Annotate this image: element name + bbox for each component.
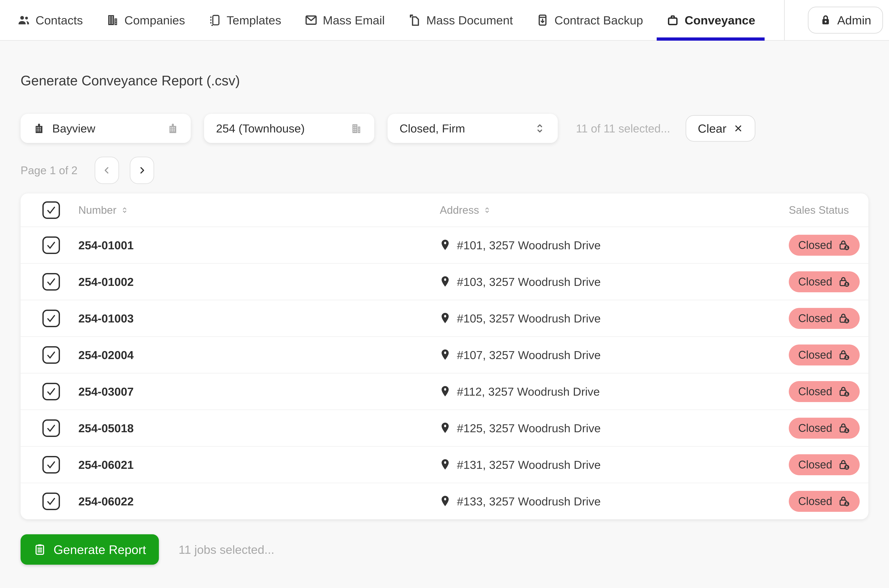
page-title: Generate Conveyance Report (.csv) [21, 40, 868, 88]
row-checkbox[interactable] [42, 273, 60, 291]
job-address-text: #105, 3257 Woodrush Drive [457, 312, 600, 325]
nav-tabs: Contacts Companies [17, 0, 767, 40]
status-cell: Closed [774, 272, 860, 292]
status-cell: Closed [774, 381, 860, 402]
row-checkbox[interactable] [42, 310, 60, 327]
tab-label: Mass Document [426, 13, 513, 27]
column-header-number[interactable]: Number [78, 204, 440, 216]
row-checkbox[interactable] [42, 383, 60, 400]
job-number: 254-01001 [78, 238, 440, 252]
location-pin-icon [440, 495, 450, 507]
city-building-icon [33, 122, 45, 135]
row-checkbox[interactable] [42, 456, 60, 474]
page-indicator: Page 1 of 2 [21, 164, 78, 177]
status-cell: Closed [774, 235, 860, 256]
location-pin-icon [440, 349, 450, 361]
table-header-row: Number Address Sales Status [21, 194, 868, 226]
location-pin-icon [440, 312, 450, 325]
status-badge-label: Closed [798, 239, 832, 251]
briefcase-icon [666, 14, 679, 27]
tab-templates[interactable]: Templates [197, 0, 293, 40]
row-checkbox[interactable] [42, 237, 60, 254]
status-badge: Closed [789, 381, 860, 402]
office-building-icon [350, 122, 362, 135]
phase-value: 254 (Townhouse) [216, 122, 305, 135]
row-checkbox[interactable] [42, 493, 60, 510]
job-address: #112, 3257 Woodrush Drive [440, 385, 774, 398]
prev-page-button[interactable] [95, 157, 119, 184]
jobs-selected-summary: 11 jobs selected... [179, 543, 274, 556]
template-copy-icon [208, 14, 221, 27]
phase-select[interactable]: 254 (Townhouse) [204, 114, 374, 143]
status-cell: Closed [774, 308, 860, 329]
status-badge-label: Closed [798, 458, 832, 471]
tab-mass-document[interactable]: Mass Document [396, 0, 525, 40]
status-cell: Closed [774, 418, 860, 439]
tab-companies[interactable]: Companies [95, 0, 197, 40]
location-pin-icon [440, 386, 450, 398]
project-select[interactable]: Bayview [21, 114, 191, 143]
next-page-button[interactable] [130, 157, 154, 184]
tab-mass-email[interactable]: Mass Email [293, 0, 396, 40]
status-cell: Closed [774, 454, 860, 475]
job-address: #125, 3257 Woodrush Drive [440, 422, 774, 435]
row-checkbox[interactable] [42, 419, 60, 437]
status-badge: Closed [789, 272, 860, 292]
job-address-text: #107, 3257 Woodrush Drive [457, 348, 600, 362]
column-header-address[interactable]: Address [440, 204, 774, 216]
tab-label: Templates [227, 13, 281, 27]
job-number: 254-01002 [78, 275, 440, 288]
status-badge: Closed [789, 454, 860, 475]
lock-user-icon [838, 459, 850, 471]
tab-label: Contacts [36, 13, 83, 27]
admin-button[interactable]: Admin [808, 7, 883, 34]
job-address-text: #125, 3257 Woodrush Drive [457, 422, 600, 435]
nav-right: Admin [784, 0, 883, 40]
row-checkbox[interactable] [42, 346, 60, 364]
close-icon [733, 123, 743, 133]
job-number: 254-02004 [78, 348, 440, 362]
status-badge: Closed [789, 345, 860, 366]
main-content: Generate Conveyance Report (.csv) Bayvie… [0, 40, 889, 588]
sort-icon [483, 205, 491, 215]
actions-row: Generate Report 11 jobs selected... [21, 534, 868, 588]
checkmark-icon [45, 495, 57, 507]
generate-report-button[interactable]: Generate Report [21, 534, 159, 565]
nav-divider [784, 0, 785, 40]
generate-report-label: Generate Report [54, 542, 146, 557]
status-cell: Closed [774, 491, 860, 512]
project-value: Bayview [52, 122, 95, 135]
job-number: 254-01003 [78, 312, 440, 325]
tab-contract-backup[interactable]: Contract Backup [524, 0, 654, 40]
admin-label: Admin [837, 13, 871, 27]
tab-contacts[interactable]: Contacts [17, 0, 95, 40]
sort-icon [121, 205, 128, 215]
document-copy-icon [408, 14, 421, 27]
checkmark-icon [45, 204, 57, 216]
job-address-text: #103, 3257 Woodrush Drive [457, 275, 600, 288]
tab-conveyance[interactable]: Conveyance [654, 0, 767, 40]
status-badge-label: Closed [798, 385, 832, 398]
table-row: 254-02004 #107, 3257 Woodrush Drive Clos… [21, 336, 868, 373]
status-select[interactable]: Closed, Firm [388, 114, 558, 143]
building-icon [106, 14, 119, 27]
location-pin-icon [440, 276, 450, 288]
status-badge-label: Closed [798, 275, 832, 288]
status-cell: Closed [774, 345, 860, 366]
location-pin-icon [440, 459, 450, 471]
people-icon [17, 14, 30, 27]
chevron-right-icon [137, 165, 147, 175]
status-badge-label: Closed [798, 312, 832, 325]
status-badge: Closed [789, 235, 860, 256]
status-badge-label: Closed [798, 349, 832, 361]
status-badge-label: Closed [798, 495, 832, 507]
select-all-checkbox[interactable] [42, 201, 60, 219]
jobs-table: Number Address Sales Status 254-01001 [21, 194, 868, 519]
clear-filters-button[interactable]: Clear [686, 115, 755, 142]
checkmark-icon [45, 349, 57, 361]
table-row: 254-03007 #112, 3257 Woodrush Drive Clos… [21, 373, 868, 410]
tab-label: Companies [125, 13, 185, 27]
lock-user-icon [838, 276, 850, 288]
checkmark-icon [45, 312, 57, 325]
job-address: #105, 3257 Woodrush Drive [440, 312, 774, 325]
